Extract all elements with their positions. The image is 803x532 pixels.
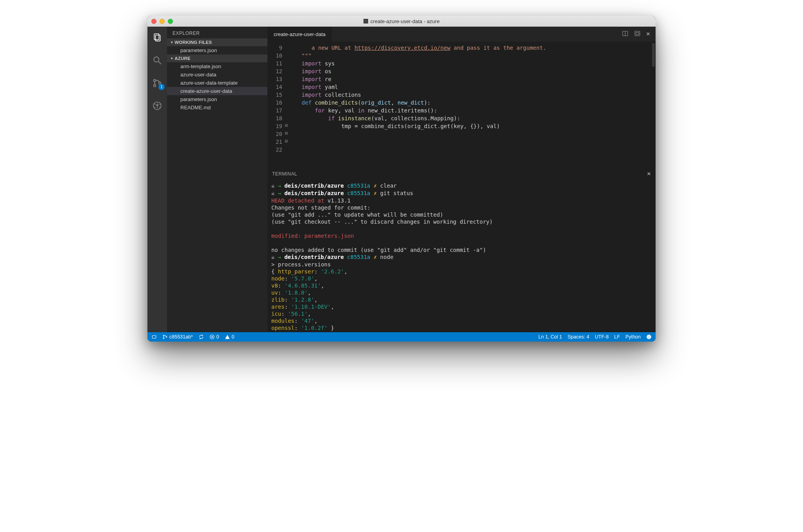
status-eol[interactable]: LF — [614, 334, 620, 340]
file-item[interactable]: create-azure-user-data — [167, 87, 267, 95]
svg-point-5 — [154, 85, 156, 87]
titlebar: create-azure-user-data - azure — [147, 16, 656, 27]
svg-point-14 — [163, 338, 164, 338]
split-editor-icon[interactable] — [622, 30, 629, 38]
svg-point-2 — [154, 57, 159, 62]
svg-line-3 — [158, 62, 161, 64]
working-file[interactable]: parameters.json — [167, 46, 267, 54]
activity-bar: 1 — [147, 27, 167, 332]
folder-header[interactable]: AZURE — [167, 54, 267, 62]
svg-point-17 — [647, 335, 651, 339]
status-warnings[interactable]: 0 — [225, 334, 234, 340]
status-spaces[interactable]: Spaces: 4 — [567, 334, 589, 340]
status-branch[interactable]: c85531ab* — [162, 334, 193, 340]
working-files-header[interactable]: WORKING FILES — [167, 38, 267, 46]
line-gutter: 910111213141516171819⊟20⊟21⊟22 — [267, 42, 289, 168]
terminal-content[interactable]: ☠ → deis/contrib/azure c85531a ✗ clear☠ … — [267, 180, 656, 332]
window-title: create-azure-user-data - azure — [371, 18, 440, 24]
close-terminal-icon[interactable]: × — [647, 170, 651, 178]
status-feedback-icon[interactable] — [646, 334, 652, 340]
terminal-panel: TERMINAL × ☠ → deis/contrib/azure c85531… — [267, 168, 656, 332]
status-errors[interactable]: 0 — [209, 334, 219, 340]
git-badge: 1 — [158, 84, 165, 90]
explorer-sidebar: EXPLORER WORKING FILES parameters.json A… — [167, 27, 267, 332]
status-remote-icon[interactable] — [151, 334, 157, 340]
git-activity-icon[interactable]: 1 — [147, 75, 167, 91]
debug-activity-icon[interactable] — [147, 98, 167, 114]
code-editor[interactable]: 910111213141516171819⊟20⊟21⊟22 a new URL… — [267, 42, 656, 168]
minimap-scrollbar[interactable] — [652, 43, 655, 67]
minimize-window-button[interactable] — [160, 19, 165, 24]
app-icon — [363, 19, 368, 24]
status-language[interactable]: Python — [625, 334, 641, 340]
file-item[interactable]: azure-user-data-template — [167, 79, 267, 87]
close-window-button[interactable] — [151, 19, 156, 24]
sidebar-title: EXPLORER — [167, 27, 267, 38]
status-bar: c85531ab* 0 0 Ln 1, Col 1 Spaces: 4 UTF-… — [147, 332, 656, 342]
search-activity-icon[interactable] — [147, 52, 167, 68]
svg-rect-12 — [152, 336, 156, 338]
editor-area: create-azure-user-data × 910111213141516… — [267, 27, 656, 332]
code-content: a new URL at https://discovery.etcd.io/n… — [289, 42, 546, 168]
file-item[interactable]: README.md — [167, 103, 267, 112]
more-editor-icon[interactable] — [634, 30, 641, 38]
svg-point-19 — [649, 336, 650, 337]
svg-rect-11 — [636, 32, 639, 34]
zoom-window-button[interactable] — [168, 19, 173, 24]
svg-point-18 — [648, 336, 649, 337]
app-window: create-azure-user-data - azure 1 EXPLORE… — [147, 16, 656, 342]
status-sync-icon[interactable] — [198, 334, 204, 340]
svg-rect-10 — [635, 31, 640, 35]
svg-point-13 — [163, 335, 164, 336]
status-cursor[interactable]: Ln 1, Col 1 — [538, 334, 562, 340]
terminal-title: TERMINAL — [272, 171, 297, 177]
svg-rect-0 — [154, 34, 159, 40]
svg-point-15 — [166, 337, 167, 337]
status-encoding[interactable]: UTF-8 — [595, 334, 609, 340]
svg-point-4 — [154, 80, 156, 81]
svg-rect-1 — [156, 35, 160, 41]
explorer-activity-icon[interactable] — [147, 30, 167, 45]
editor-tab[interactable]: create-azure-user-data — [267, 27, 332, 42]
close-editor-icon[interactable]: × — [646, 30, 650, 38]
file-item[interactable]: azure-user-data — [167, 71, 267, 79]
file-item[interactable]: parameters.json — [167, 95, 267, 103]
file-item[interactable]: arm-template.json — [167, 62, 267, 71]
tab-bar: create-azure-user-data × — [267, 27, 656, 42]
